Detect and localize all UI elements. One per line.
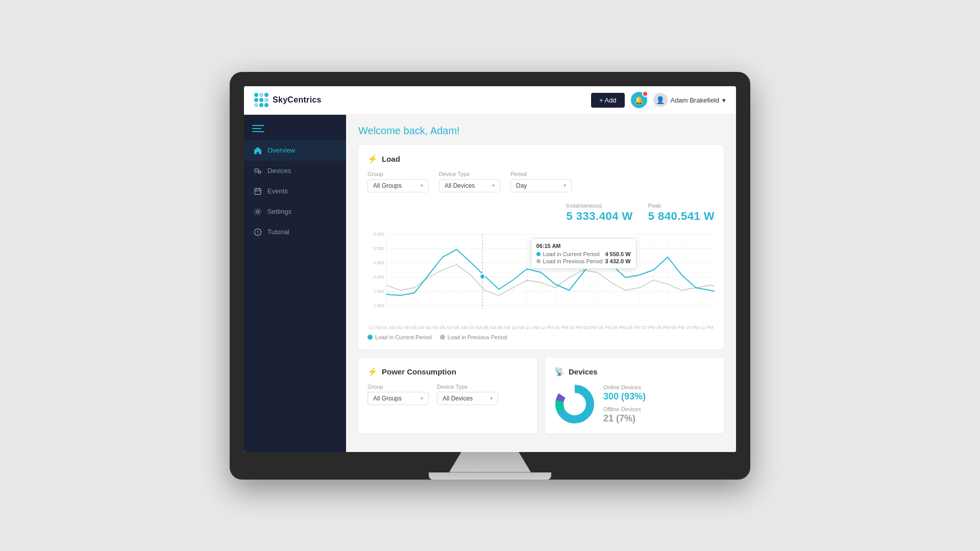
logo-dot-2 xyxy=(259,93,263,97)
svg-point-8 xyxy=(257,210,259,213)
user-avatar: 👤 xyxy=(653,93,668,107)
devices-stats: Online Devices 300 (93%) Offline Devices… xyxy=(603,384,715,424)
chart-xaxis: 12 AM01 AM02 AM03 AM 04 AM05 AM06 AM07 A… xyxy=(368,325,715,330)
svg-rect-0 xyxy=(255,169,258,171)
power-consumption-card: ⚡ Power Consumption Group All Groups ▾ xyxy=(358,358,537,434)
period-label: Period xyxy=(510,171,572,177)
svg-text:4 000: 4 000 xyxy=(373,260,384,265)
load-title-text: Load xyxy=(382,155,400,163)
power-title-text: Power Consumption xyxy=(382,367,456,376)
period-select[interactable]: Day ▾ xyxy=(510,179,572,192)
monitor-stand xyxy=(449,452,531,472)
sidebar-overview-label: Overview xyxy=(267,146,295,154)
logo-dot-1 xyxy=(254,93,258,97)
hamburger-icon[interactable] xyxy=(252,125,264,132)
devices-content: Online Devices 300 (93%) Offline Devices… xyxy=(554,384,715,424)
app-title: SkyCentrics xyxy=(273,95,322,105)
user-name: Adam Brakefield xyxy=(671,96,719,104)
svg-text:1 000: 1 000 xyxy=(373,303,384,308)
devices-icon xyxy=(253,166,262,176)
logo-dot-9 xyxy=(264,103,268,107)
legend-previous: Load in Previous Period xyxy=(440,334,507,340)
user-chevron: ▾ xyxy=(722,96,726,104)
device-type-arrow: ▾ xyxy=(492,183,495,188)
main-content: Overview Devices xyxy=(244,115,736,452)
home-icon xyxy=(253,146,262,155)
load-chart: 6 000 5 000 4 000 3 000 2 000 1 000 xyxy=(368,229,715,321)
legend-current-dot xyxy=(368,335,373,340)
events-icon xyxy=(253,187,262,196)
device-type-label: Device Type xyxy=(439,171,500,177)
logo-dot-8 xyxy=(259,103,263,107)
group-arrow: ▾ xyxy=(421,183,423,188)
legend-previous-label: Load in Previous Period xyxy=(448,334,507,340)
load-stats: Instantaneous: 5 333.404 W Peak: 5 840.5… xyxy=(567,203,715,223)
power-device-type-arrow: ▾ xyxy=(490,395,493,401)
instantaneous-value: 5 333.404 W xyxy=(567,210,633,223)
device-type-control: Device Type All Devices ▾ xyxy=(439,171,500,192)
user-menu[interactable]: 👤 Adam Brakefield ▾ xyxy=(653,93,726,107)
devices-pie-chart xyxy=(554,384,595,424)
devices-card-icon: 📡 xyxy=(554,367,565,377)
notification-button[interactable]: 🔔 xyxy=(631,92,647,108)
sidebar-item-tutorial[interactable]: ? Tutorial xyxy=(244,222,346,242)
peak-stat: Peak: 5 840.541 W xyxy=(648,203,715,223)
svg-rect-1 xyxy=(258,171,261,173)
bottom-grid: ⚡ Power Consumption Group All Groups ▾ xyxy=(358,358,724,442)
peak-label: Peak: xyxy=(648,203,715,209)
peak-value: 5 840.541 W xyxy=(648,210,715,223)
sidebar-item-devices[interactable]: Devices xyxy=(244,161,346,181)
add-button[interactable]: + Add xyxy=(591,93,625,108)
power-group-select[interactable]: All Groups ▾ xyxy=(368,392,429,405)
online-devices-stat: Online Devices 300 (93%) xyxy=(603,384,715,402)
sidebar-devices-label: Devices xyxy=(267,167,291,174)
nav-right: + Add 🔔 👤 Adam Brakefield ▾ xyxy=(591,92,726,108)
tutorial-icon: ? xyxy=(253,228,262,237)
devices-card: 📡 Devices xyxy=(545,358,724,434)
device-type-select[interactable]: All Devices ▾ xyxy=(439,179,500,192)
content-area: Welcome back, Adam! ⚡ Load Group xyxy=(346,115,736,452)
top-nav: SkyCentrics + Add 🔔 👤 Adam Brakefield ▾ xyxy=(244,86,736,115)
notification-badge xyxy=(642,91,648,97)
legend-current: Load in Current Period xyxy=(368,334,432,340)
power-group-label: Group xyxy=(368,384,429,390)
legend-current-label: Load in Current Period xyxy=(375,334,432,340)
load-card: ⚡ Load Group All Groups ▾ xyxy=(358,145,724,349)
online-devices-value: 300 (93%) xyxy=(603,391,715,402)
group-select[interactable]: All Groups ▾ xyxy=(368,179,429,192)
svg-rect-4 xyxy=(255,189,261,194)
svg-text:5 000: 5 000 xyxy=(373,245,384,251)
svg-text:3 000: 3 000 xyxy=(373,274,384,279)
load-icon: ⚡ xyxy=(368,154,378,164)
sidebar-events-label: Events xyxy=(267,187,288,195)
sidebar-tutorial-label: Tutorial xyxy=(267,228,289,236)
instantaneous-label: Instantaneous: xyxy=(567,203,633,209)
svg-text:?: ? xyxy=(256,230,259,235)
sidebar: Overview Devices xyxy=(244,115,346,452)
settings-icon xyxy=(253,207,262,216)
devices-title-text: Devices xyxy=(569,367,598,376)
period-arrow: ▾ xyxy=(564,183,566,188)
sidebar-item-overview[interactable]: Overview xyxy=(244,140,346,161)
logo-dot-7 xyxy=(254,103,258,107)
devices-card-title: 📡 Devices xyxy=(554,367,715,377)
power-device-type-label: Device Type xyxy=(437,384,498,390)
sidebar-settings-label: Settings xyxy=(267,208,291,215)
power-device-type-control: Device Type All Devices ▾ xyxy=(437,384,498,405)
svg-text:6 000: 6 000 xyxy=(373,231,384,236)
power-icon: ⚡ xyxy=(368,367,378,377)
load-card-title: ⚡ Load xyxy=(368,154,715,164)
power-controls: Group All Groups ▾ Device Type xyxy=(368,384,528,405)
offline-devices-label: Offline Devices xyxy=(603,406,715,412)
menu-toggle[interactable] xyxy=(244,121,346,140)
sidebar-item-settings[interactable]: Settings xyxy=(244,202,346,222)
period-control: Period Day ▾ xyxy=(510,171,572,192)
monitor-base xyxy=(429,472,551,480)
logo-area: SkyCentrics xyxy=(254,93,322,107)
chart-svg: 6 000 5 000 4 000 3 000 2 000 1 000 xyxy=(368,229,715,321)
sidebar-item-events[interactable]: Events xyxy=(244,181,346,202)
power-device-type-select[interactable]: All Devices ▾ xyxy=(437,392,498,405)
offline-devices-value: 21 (7%) xyxy=(603,413,715,424)
logo-dot-6 xyxy=(264,98,268,102)
power-group-control: Group All Groups ▾ xyxy=(368,384,429,405)
